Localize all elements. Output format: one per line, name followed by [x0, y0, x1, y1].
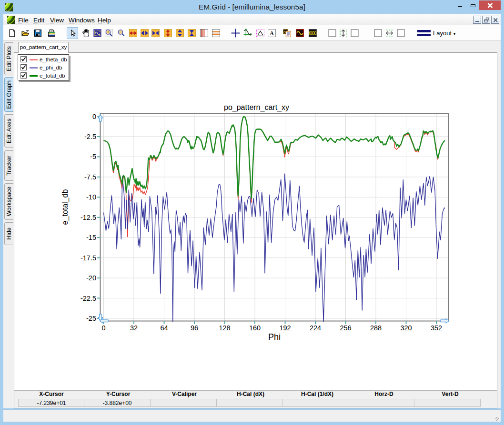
svg-text:-25: -25: [86, 315, 96, 322]
svg-text:192: 192: [279, 324, 291, 332]
svg-text:288: 288: [370, 324, 382, 332]
svg-text:-5: -5: [90, 153, 96, 160]
svg-text:-2.5: -2.5: [84, 133, 96, 140]
svg-text:224: 224: [310, 324, 321, 332]
svg-text:po_pattern_cart_xy: po_pattern_cart_xy: [224, 103, 289, 112]
svg-text:-22.5: -22.5: [81, 295, 96, 302]
svg-text:-15: -15: [86, 234, 96, 241]
svg-text:e_total_db: e_total_db: [61, 189, 70, 225]
svg-text:160: 160: [249, 324, 261, 332]
svg-text:-20: -20: [86, 274, 96, 282]
svg-text:0: 0: [92, 113, 96, 120]
svg-text:128: 128: [219, 324, 230, 332]
svg-text:-17.5: -17.5: [81, 254, 96, 262]
svg-text:Phi: Phi: [268, 332, 281, 342]
svg-text:-10: -10: [86, 193, 96, 201]
svg-text:96: 96: [191, 324, 198, 332]
svg-text:320: 320: [400, 324, 412, 332]
svg-text:352: 352: [431, 324, 442, 332]
svg-text:256: 256: [340, 324, 351, 332]
svg-text:-7.5: -7.5: [84, 173, 96, 181]
svg-text:0: 0: [101, 324, 105, 332]
svg-text:32: 32: [130, 324, 138, 332]
svg-text:-12.5: -12.5: [81, 214, 96, 221]
svg-text:64: 64: [160, 324, 168, 332]
